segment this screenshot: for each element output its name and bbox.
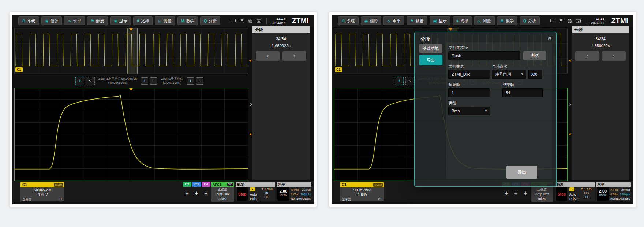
channel-box-c1[interactable]: C1DC1M 500mV/div -1.68V 全带宽1:1 (20, 182, 64, 201)
segment-count: 34/34 (572, 37, 629, 41)
main-waveform[interactable]: C1 (14, 88, 248, 181)
vzoom-plus-button[interactable]: + (187, 77, 194, 85)
coupling-badge: DC1M (54, 183, 63, 187)
menu-button-horizontal[interactable]: ∿水平 (383, 16, 404, 25)
clock-date: 2024/8/7 (272, 21, 285, 25)
status-bar: C1DC1M 500mV/div -1.68V 全带宽1:1 C2+ C3+ C… (12, 181, 314, 202)
monitor-icon[interactable] (231, 19, 236, 23)
pan-tool-icon[interactable]: + (75, 77, 84, 85)
overview-strip[interactable]: C1 (14, 28, 248, 74)
type-dropdown[interactable]: Bmp▼ (448, 107, 490, 115)
menu-button-math[interactable]: M数学 (497, 16, 517, 25)
trigger-position-marker (129, 28, 133, 33)
gear-icon: ⚙ (341, 19, 345, 23)
horizontal-section[interactable]: 水平 2.00us/div X-Pos 0.00s Norm 20.0us 10… (596, 182, 631, 201)
status-icons: 11:13 2024/8/7 ZTMI (231, 16, 311, 25)
select-tool-icon[interactable]: ↖ (405, 77, 414, 85)
trigger-sweep: Auto (250, 193, 259, 196)
menu-button-source[interactable]: ◉信源 (41, 16, 62, 25)
segment-export-dialog: 分段 ✕ 基础功能 导出 文件夹路径 浏览 文件夹名 自动命名 序号自增▼ 起始… (414, 32, 557, 187)
storage-icon[interactable] (559, 19, 564, 23)
channel-tag-c1: C1 (15, 67, 23, 72)
auto-name-label: 自动命名 (492, 64, 508, 69)
select-tool-icon[interactable]: ↖ (86, 77, 95, 85)
menu-button-system[interactable]: ⚙系统 (338, 16, 359, 25)
trigger-section[interactable]: 触发 Stop 1 Auto Pulse T: 1.70V DC -⊓- (236, 182, 275, 201)
close-icon[interactable]: ✕ (547, 35, 552, 41)
menu-button-source[interactable]: ◉信源 (361, 16, 382, 25)
tab-basic-functions[interactable]: 基础功能 (419, 44, 442, 53)
c1-scale: 500mV/div (20, 187, 64, 192)
start-frame-input[interactable] (448, 88, 490, 97)
menu-button-analyze[interactable]: Q分析 (200, 16, 221, 25)
network-icon[interactable] (567, 19, 572, 23)
segment-prev-button[interactable]: ‹ (575, 51, 599, 61)
flag-icon: ⚑ (91, 19, 94, 23)
touch-icon[interactable] (576, 19, 581, 23)
menu-button-display[interactable]: ▣显示 (110, 16, 131, 25)
afg-waveform: 正弦波 (211, 187, 234, 192)
folder-path-input[interactable] (448, 51, 520, 60)
segment-count: 34/34 (252, 37, 310, 41)
auto-name-number-input[interactable] (528, 70, 542, 79)
menu-button-trigger[interactable]: ⚑触发 (87, 16, 108, 25)
menu-button-measure[interactable]: ◺测量 (155, 16, 175, 25)
menu-button-trigger[interactable]: ⚑触发 (407, 16, 427, 25)
menu-button-system[interactable]: ⚙系统 (18, 16, 39, 25)
afg-box[interactable]: AFG150Ω 正弦波 3Vpp 0mv 10kHz (211, 182, 234, 201)
timebase-scale: 2.00us/div (597, 187, 609, 201)
menu-button-horizontal[interactable]: ∿水平 (64, 16, 85, 25)
c1-scale: 500mV/div (340, 187, 384, 192)
zoom-toolbar: + ↖ Zoom1水平档位 50.00ns/div (40.00xZoom) +… (14, 76, 247, 86)
panel-expand-chevron[interactable]: › (250, 101, 252, 107)
menu-button-cursor[interactable]: #光标 (453, 16, 472, 25)
trigger-type: Pulse (250, 197, 259, 201)
touch-icon[interactable] (256, 19, 262, 23)
storage-icon[interactable] (239, 19, 244, 23)
browse-button[interactable]: 浏览 (523, 51, 546, 60)
network-icon[interactable] (248, 19, 253, 23)
channel-box-c1[interactable]: C1DC1M 500mV/div -1.68V 全带宽1:1 (340, 182, 384, 201)
segment-next-button[interactable]: › (602, 51, 626, 61)
desktop: ⚙系统 ◉信源 ∿水平 ⚑触发 ▣显示 #光标 ◺测量 M数学 Q分析 (0, 0, 644, 227)
auto-name-dropdown[interactable]: 序号自增▼ (492, 70, 526, 79)
channel-box-c3[interactable]: C3+ (192, 182, 201, 201)
folder-name-label: 文件夹名 (449, 64, 464, 69)
magnifier-icon: Q (204, 19, 207, 23)
segment-next-button[interactable]: › (282, 51, 306, 61)
menu-button-display[interactable]: ▣显示 (430, 16, 450, 25)
export-button[interactable]: 导出 (506, 166, 537, 179)
segment-zoom-window[interactable] (127, 28, 138, 74)
hzoom-minus-button[interactable]: − (150, 77, 157, 85)
menu-button-analyze[interactable]: Q分析 (520, 16, 540, 25)
afg-frequency: 10kHz (531, 197, 553, 201)
channel-box-c4[interactable]: C4+ (202, 182, 210, 201)
status-icons: 11:13 2024/8/7 ZTMI (550, 16, 630, 25)
tab-export[interactable]: 导出 (419, 55, 442, 65)
menu-button-cursor[interactable]: #光标 (133, 16, 153, 25)
menu-buttons: ⚙系统 ◉信源 ∿水平 ⚑触发 ▣显示 #光标 ◺测量 M数学 Q分析 (338, 16, 540, 25)
channel-box-c2[interactable]: C2+ (183, 182, 191, 201)
menu-button-math[interactable]: M数学 (177, 16, 198, 25)
c1-bandwidth: 全带宽 (23, 197, 31, 201)
segment-prev-button[interactable]: ‹ (256, 51, 280, 61)
add-channel-icon: + (202, 187, 210, 197)
vzoom-minus-button[interactable]: − (196, 77, 203, 85)
folder-name-input[interactable] (448, 70, 490, 79)
trigger-section[interactable]: 触发 Stop 1 Auto Pulse T: 1.70V DC -⊓- (555, 182, 595, 201)
hzoom-plus-button[interactable]: + (141, 77, 148, 85)
horizontal-section[interactable]: 水平 2.00us/div X-Pos 0.00s Norm 20.0us 10… (277, 182, 311, 201)
memory-depth: 100kpts (616, 192, 630, 197)
math-icon: M (181, 19, 184, 23)
pan-tool-icon[interactable]: + (395, 77, 404, 85)
zoom-vertical-readout: Zoom1垂直档位 (1.00x Zoom) (161, 77, 183, 85)
chevron-down-icon: ▼ (484, 107, 487, 115)
clock-date: 2024/8/7 (591, 21, 604, 25)
trigger-sweep: Auto (569, 193, 579, 196)
monitor-icon[interactable] (550, 19, 555, 23)
panel-expand-chevron[interactable]: › (569, 101, 572, 107)
trigger-coupling: DC (260, 191, 274, 195)
end-frame-input[interactable] (502, 88, 543, 97)
menu-button-measure[interactable]: ◺测量 (474, 16, 494, 25)
acquisition-state: Stop (237, 187, 248, 201)
